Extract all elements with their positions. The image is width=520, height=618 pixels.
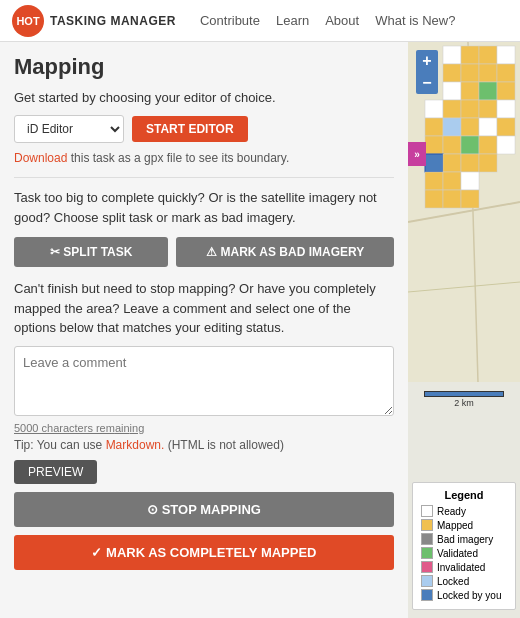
divider1	[14, 177, 394, 178]
svg-rect-24	[479, 118, 497, 136]
legend-color-mapped	[421, 519, 433, 531]
svg-rect-40	[461, 190, 479, 208]
subtitle: Get started by choosing your editor of c…	[14, 90, 394, 105]
svg-rect-16	[425, 100, 443, 118]
svg-rect-23	[461, 118, 479, 136]
svg-rect-14	[479, 82, 497, 100]
svg-rect-36	[443, 172, 461, 190]
svg-rect-9	[461, 64, 479, 82]
legend-label-locked: Locked	[437, 576, 469, 587]
legend-color-ready	[421, 505, 433, 517]
map-container: + − »	[408, 42, 520, 618]
nav-learn[interactable]: Learn	[276, 13, 309, 28]
svg-rect-11	[497, 64, 515, 82]
svg-rect-37	[461, 172, 479, 190]
timer-row: ⏱ 1 hour 59 minutes left	[262, 42, 394, 45]
svg-rect-31	[425, 154, 443, 172]
left-panel: Mapping ⏱ 1 hour 59 minutes left Get sta…	[0, 42, 408, 618]
markdown-link[interactable]: Markdown.	[106, 438, 165, 452]
svg-rect-18	[461, 100, 479, 118]
legend-color-bad-imagery	[421, 533, 433, 545]
svg-rect-8	[443, 64, 461, 82]
legend-title: Legend	[421, 489, 507, 501]
tip-text: Tip: You can use Markdown. (HTML is not …	[14, 438, 394, 452]
scale-label: 2 km	[454, 398, 474, 408]
svg-rect-34	[479, 154, 497, 172]
char-count: 5000 characters remaining	[14, 422, 394, 434]
legend-color-locked	[421, 575, 433, 587]
svg-rect-20	[497, 100, 515, 118]
hot-logo: HOT	[12, 5, 44, 37]
legend-color-locked-by-you	[421, 589, 433, 601]
svg-rect-4	[443, 46, 461, 64]
legend-item-validated: Validated	[421, 547, 507, 559]
legend-color-validated	[421, 547, 433, 559]
svg-rect-27	[443, 136, 461, 154]
brand: HOT TASKING MANAGER	[12, 5, 176, 37]
svg-rect-15	[497, 82, 515, 100]
legend-item-ready: Ready	[421, 505, 507, 517]
zoom-in-button[interactable]: +	[416, 50, 438, 72]
legend-label-bad-imagery: Bad imagery	[437, 534, 493, 545]
editor-select[interactable]: iD EditorJOSMRemote	[14, 115, 124, 143]
page-title: Mapping	[14, 54, 104, 80]
legend-item-mapped: Mapped	[421, 519, 507, 531]
svg-rect-33	[461, 154, 479, 172]
nav-contribute[interactable]: Contribute	[200, 13, 260, 28]
stop-mapping-button[interactable]: ⊙ STOP MAPPING	[14, 492, 394, 527]
legend-color-invalidated	[421, 561, 433, 573]
nav-whats-new[interactable]: What is New?	[375, 13, 455, 28]
legend-item-locked-by-you: Locked by you	[421, 589, 507, 601]
svg-rect-25	[497, 118, 515, 136]
svg-rect-10	[479, 64, 497, 82]
editor-row: iD EditorJOSMRemote START EDITOR	[14, 115, 394, 143]
zoom-out-button[interactable]: −	[416, 72, 438, 94]
action-buttons: ✂ SPLIT TASK ⚠ MARK AS BAD IMAGERY	[14, 237, 394, 267]
legend-label-locked-by-you: Locked by you	[437, 590, 502, 601]
svg-rect-22	[443, 118, 461, 136]
right-panel: + − »	[408, 42, 520, 618]
timer-icon: ⏱	[262, 42, 275, 45]
section2-text: Can't finish but need to stop mapping? O…	[14, 279, 394, 338]
brand-text: TASKING MANAGER	[50, 14, 176, 28]
download-link[interactable]: Download	[14, 151, 67, 165]
task-arrow: »	[408, 142, 426, 166]
start-editor-button[interactable]: START EDITOR	[132, 116, 248, 142]
svg-rect-5	[461, 46, 479, 64]
scale-line	[424, 391, 504, 397]
legend-label-mapped: Mapped	[437, 520, 473, 531]
svg-rect-28	[461, 136, 479, 154]
svg-rect-29	[479, 136, 497, 154]
zoom-controls: + −	[416, 50, 438, 94]
svg-rect-26	[425, 136, 443, 154]
mark-mapped-button[interactable]: ✓ MARK AS COMPLETELY MAPPED	[14, 535, 394, 570]
legend-item-bad-imagery: Bad imagery	[421, 533, 507, 545]
nav-about[interactable]: About	[325, 13, 359, 28]
nav-links: Contribute Learn About What is New?	[200, 13, 455, 28]
legend-label-validated: Validated	[437, 548, 478, 559]
download-text: Download this task as a gpx file to see …	[14, 151, 394, 165]
navbar: HOT TASKING MANAGER Contribute Learn Abo…	[0, 0, 520, 42]
svg-rect-12	[443, 82, 461, 100]
svg-rect-19	[479, 100, 497, 118]
legend-item-invalidated: Invalidated	[421, 561, 507, 573]
comment-textarea[interactable]	[14, 346, 394, 416]
scale-bar: 2 km	[416, 391, 512, 408]
legend-item-locked: Locked	[421, 575, 507, 587]
svg-rect-30	[497, 136, 515, 154]
svg-rect-13	[461, 82, 479, 100]
section1-text: Task too big to complete quickly? Or is …	[14, 188, 394, 227]
svg-rect-7	[497, 46, 515, 64]
svg-rect-21	[425, 118, 443, 136]
split-task-button[interactable]: ✂ SPLIT TASK	[14, 237, 168, 267]
bad-imagery-button[interactable]: ⚠ MARK AS BAD IMAGERY	[176, 237, 394, 267]
legend-label-ready: Ready	[437, 506, 466, 517]
svg-rect-35	[425, 172, 443, 190]
svg-rect-6	[479, 46, 497, 64]
legend: Legend Ready Mapped Bad imagery Validate…	[412, 482, 516, 610]
svg-rect-38	[425, 190, 443, 208]
legend-label-invalidated: Invalidated	[437, 562, 485, 573]
main-container: Mapping ⏱ 1 hour 59 minutes left Get sta…	[0, 42, 520, 618]
preview-button[interactable]: PREVIEW	[14, 460, 97, 484]
svg-rect-39	[443, 190, 461, 208]
